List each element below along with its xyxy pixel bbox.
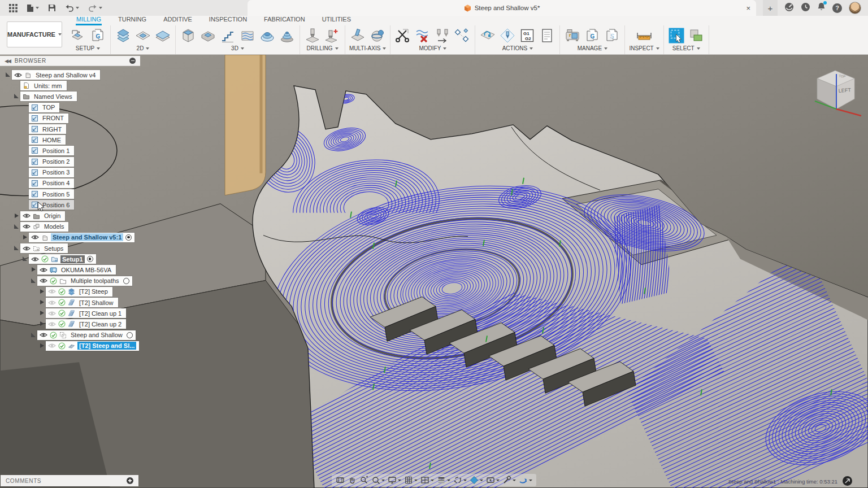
tree-item-label[interactable]: Steep and Shallow v4 <box>34 71 97 79</box>
expander-closed-icon[interactable] <box>40 300 45 305</box>
simulation-display-caret[interactable] <box>496 480 500 481</box>
tree-item-setups[interactable]: Setups <box>20 243 68 253</box>
tree-item-label[interactable]: TOP <box>41 103 57 111</box>
expander-open-icon[interactable] <box>14 94 19 99</box>
user-avatar[interactable] <box>849 2 861 14</box>
visibility-eye-icon[interactable] <box>48 300 56 306</box>
tree-item-label[interactable]: Units: mm <box>32 82 64 90</box>
tree-item-t2-steep-and-sl[interactable]: [T2] Steep and Sl... <box>46 341 139 351</box>
2d-adaptive-button[interactable] <box>115 27 132 44</box>
tree-item-multiple-toolpaths[interactable]: Multiple toolpaths <box>37 276 132 286</box>
expander-closed-icon[interactable] <box>40 311 45 316</box>
expander-closed-icon[interactable] <box>31 267 36 272</box>
select-button[interactable] <box>668 27 685 44</box>
active-radio-empty[interactable] <box>127 332 133 338</box>
toolpath-display-icon[interactable] <box>518 475 533 485</box>
look-at-icon[interactable] <box>468 475 484 485</box>
tree-item-top[interactable]: TOP <box>29 103 59 112</box>
help-icon[interactable]: ? <box>832 3 842 13</box>
comments-bar[interactable]: COMMENTS <box>1 475 138 486</box>
undo-icon[interactable] <box>65 5 79 12</box>
tree-item-home[interactable]: HOME <box>29 135 66 145</box>
tree-item-named-views[interactable]: Named Views <box>20 91 77 101</box>
tree-item-label[interactable]: Steep and Shallow <box>69 331 124 339</box>
save-icon[interactable] <box>48 4 56 12</box>
parallel-button[interactable] <box>239 27 256 44</box>
tab-inspection[interactable]: INSPECTION <box>209 16 248 25</box>
visibility-eye-icon[interactable] <box>40 267 47 273</box>
tree-item-steep-and-shallow-v4[interactable]: Steep and Shallow v4 <box>12 70 100 80</box>
tree-item-t2-steep[interactable]: [T2] Steep <box>46 287 112 297</box>
tree-item-position-3[interactable]: Position 3 <box>29 168 74 177</box>
steep-and-shallow-button[interactable] <box>219 27 236 44</box>
expander-closed-icon[interactable] <box>40 289 45 294</box>
expander-open-icon[interactable] <box>6 72 11 77</box>
group-label-drilling[interactable]: DRILLING <box>306 45 332 51</box>
active-radio-empty[interactable] <box>123 278 129 284</box>
look-at-caret[interactable] <box>480 480 483 481</box>
assistant-bubble-icon[interactable] <box>843 476 852 486</box>
expander-closed-icon[interactable] <box>14 213 19 219</box>
visibility-eye-icon[interactable] <box>31 256 39 262</box>
tree-item-label[interactable]: Multiple toolpaths <box>69 277 121 285</box>
redo-caret[interactable] <box>99 7 102 9</box>
expander-open-icon[interactable] <box>31 278 36 284</box>
tree-item-t2-clean-up-2[interactable]: [T2] Clean up 2 <box>46 319 126 329</box>
toolpath-display-caret[interactable] <box>529 480 532 481</box>
template-library-button[interactable]: S <box>604 27 620 44</box>
active-radio-dot[interactable] <box>125 234 132 241</box>
nc-program-button[interactable]: G <box>89 27 106 44</box>
comments-add-icon[interactable] <box>127 477 133 484</box>
tree-item-setup1[interactable]: Setup1 <box>29 254 96 264</box>
tree-item-label[interactable]: Position 5 <box>41 190 71 198</box>
tree-item-label[interactable]: Position 6 <box>41 201 71 209</box>
face-button[interactable] <box>154 27 171 44</box>
tree-item-label[interactable]: OKUMA MB-56VA <box>59 266 113 274</box>
grid-and-snaps-icon[interactable] <box>403 475 419 485</box>
expander-closed-icon[interactable] <box>40 321 45 326</box>
new-tab-icon[interactable]: + <box>763 0 778 16</box>
tree-item-label[interactable]: [T2] Clean up 2 <box>77 320 123 328</box>
group-label-setup[interactable]: SETUP <box>76 45 94 51</box>
spiral-button[interactable] <box>279 27 296 44</box>
swarf-button[interactable] <box>349 27 366 44</box>
expander-open-icon[interactable] <box>14 224 19 229</box>
delete-passes-button[interactable] <box>414 27 431 44</box>
display-settings-icon[interactable] <box>387 475 402 485</box>
collapse-browser-icon[interactable]: ◀◀ <box>5 58 10 64</box>
tree-item-label[interactable]: [T2] Clean up 1 <box>77 310 123 317</box>
tree-item-position-5[interactable]: Position 5 <box>29 189 74 199</box>
tree-item-label[interactable]: [T2] Shallow <box>77 299 115 307</box>
active-radio-dot[interactable] <box>87 256 93 262</box>
visibility-eye-icon[interactable] <box>40 332 47 338</box>
simulate-button[interactable] <box>479 27 496 44</box>
tree-item-front[interactable]: FRONT <box>29 114 68 123</box>
tab-milling[interactable]: MILLING <box>76 16 102 25</box>
tree-item-position-4[interactable]: Position 4 <box>29 178 74 188</box>
tree-item-steep-and-shallow[interactable]: Steep and Shallow <box>37 330 136 340</box>
visibility-eye-icon[interactable] <box>48 311 56 316</box>
expander-closed-icon[interactable] <box>23 235 28 240</box>
bore-button[interactable] <box>324 27 341 44</box>
undo-caret[interactable] <box>76 7 79 9</box>
group-label-multi-axis[interactable]: MULTI-AXIS <box>349 45 380 51</box>
visibility-eye-icon[interactable] <box>23 213 31 219</box>
selection-sets-button[interactable] <box>688 27 705 44</box>
expander-closed-icon[interactable] <box>40 343 45 348</box>
redo-icon[interactable] <box>88 5 102 12</box>
document-tab[interactable]: Steep and Shallow v5* × <box>248 0 756 16</box>
3d-pocket-button[interactable] <box>199 27 216 44</box>
tree-item-label[interactable]: Steep and Shallow v5:1 <box>51 233 123 241</box>
visibility-eye-icon[interactable] <box>48 343 56 348</box>
display-settings-caret[interactable] <box>398 480 401 481</box>
tree-item-position-6[interactable]: Position 6 <box>29 200 74 210</box>
nc-code-button[interactable]: G1G2 <box>519 27 536 44</box>
tree-item-label[interactable]: Position 2 <box>41 158 71 165</box>
tree-item-models[interactable]: Models <box>20 222 68 232</box>
grid-and-snaps-caret[interactable] <box>414 480 418 481</box>
orbit-icon[interactable] <box>452 475 468 485</box>
history-clock-icon[interactable] <box>801 2 810 14</box>
zoom-icon[interactable] <box>358 475 370 485</box>
tree-item-label[interactable]: Position 3 <box>41 168 71 176</box>
expander-open-icon[interactable] <box>31 333 36 338</box>
